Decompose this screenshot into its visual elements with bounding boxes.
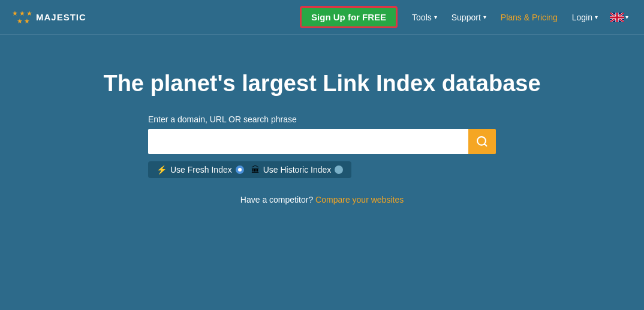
fresh-index-option[interactable]: ⚡ Use Fresh Index <box>157 165 244 174</box>
logo-stars: ★ ★ ★ ★ ★ <box>12 10 32 25</box>
chevron-down-icon: ▾ <box>595 14 598 20</box>
chevron-down-icon: ▾ <box>434 14 437 20</box>
search-icon <box>476 136 488 148</box>
historic-index-label: Use Historic Index <box>263 165 332 174</box>
star-icon: ★ <box>12 10 18 17</box>
historic-index-radio[interactable] <box>335 165 343 174</box>
nav-tools[interactable]: Tools ▾ <box>406 8 443 27</box>
star-icon: ★ <box>24 17 30 25</box>
competitor-text: Have a competitor? Compare your websites <box>240 195 404 204</box>
logo-text: MAJESTIC <box>36 12 86 22</box>
signup-button[interactable]: Sign Up for FREE <box>300 6 398 28</box>
fresh-index-radio[interactable] <box>236 165 244 174</box>
search-container: Enter a domain, URL OR search phrase ⚡ U… <box>148 115 496 178</box>
header: ★ ★ ★ ★ ★ MAJESTIC Sign Up for FREE Tool… <box>0 0 644 35</box>
fresh-index-label: Use Fresh Index <box>170 165 232 174</box>
search-button[interactable] <box>468 129 496 154</box>
star-icon: ★ <box>19 10 25 17</box>
chevron-down-icon: ▾ <box>625 14 628 20</box>
star-icon: ★ <box>17 17 23 25</box>
index-toggle: ⚡ Use Fresh Index 🏛 Use Historic Index <box>148 161 351 178</box>
nav-support[interactable]: Support ▾ <box>446 8 492 27</box>
uk-flag-icon <box>610 13 624 22</box>
search-label: Enter a domain, URL OR search phrase <box>148 115 297 124</box>
search-input[interactable] <box>148 129 468 154</box>
nav-plans[interactable]: Plans & Pricing <box>495 8 564 27</box>
nav-items: Sign Up for FREE Tools ▾ Support ▾ Plans… <box>300 6 632 28</box>
search-row <box>148 129 496 154</box>
logo[interactable]: ★ ★ ★ ★ ★ MAJESTIC <box>12 10 86 25</box>
main-content: The planet's largest Link Index database… <box>0 35 644 204</box>
language-selector[interactable]: ▾ <box>606 10 632 25</box>
historic-index-option[interactable]: 🏛 Use Historic Index <box>251 165 344 174</box>
star-icon: ★ <box>26 10 32 17</box>
nav-login[interactable]: Login ▾ <box>566 8 604 27</box>
lightning-icon: ⚡ <box>157 165 167 174</box>
compare-websites-link[interactable]: Compare your websites <box>315 195 404 204</box>
hero-title: The planet's largest Link Index database <box>103 71 540 97</box>
chevron-down-icon: ▾ <box>483 14 486 20</box>
building-icon: 🏛 <box>251 165 260 174</box>
